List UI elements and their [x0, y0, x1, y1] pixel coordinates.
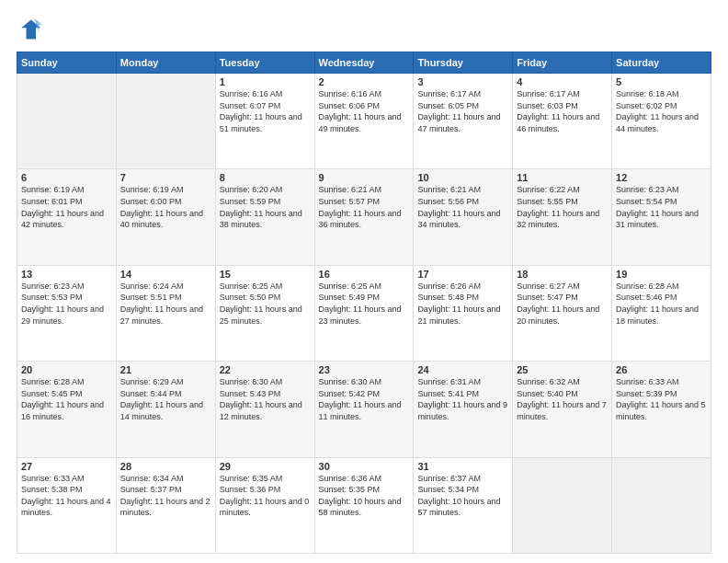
calendar-cell: 30Sunrise: 6:36 AM Sunset: 5:35 PM Dayli… — [314, 457, 414, 553]
day-number: 31 — [417, 461, 508, 472]
calendar-cell: 31Sunrise: 6:37 AM Sunset: 5:34 PM Dayli… — [414, 457, 513, 553]
calendar-cell: 26Sunrise: 6:33 AM Sunset: 5:39 PM Dayli… — [612, 362, 711, 457]
day-info: Sunrise: 6:23 AM Sunset: 5:54 PM Dayligh… — [616, 184, 707, 230]
calendar-cell: 21Sunrise: 6:29 AM Sunset: 5:44 PM Dayli… — [116, 362, 215, 457]
day-info: Sunrise: 6:24 AM Sunset: 5:51 PM Dayligh… — [120, 281, 211, 327]
day-info: Sunrise: 6:23 AM Sunset: 5:53 PM Dayligh… — [21, 281, 112, 327]
day-number: 21 — [120, 364, 211, 375]
day-info: Sunrise: 6:28 AM Sunset: 5:45 PM Dayligh… — [21, 376, 112, 422]
day-number: 18 — [517, 269, 608, 280]
calendar-cell: 13Sunrise: 6:23 AM Sunset: 5:53 PM Dayli… — [17, 265, 117, 361]
calendar-cell: 4Sunrise: 6:17 AM Sunset: 6:03 PM Daylig… — [513, 74, 612, 169]
day-info: Sunrise: 6:16 AM Sunset: 6:06 PM Dayligh… — [319, 88, 410, 134]
day-number: 1 — [220, 76, 311, 87]
day-number: 27 — [21, 461, 112, 472]
day-info: Sunrise: 6:19 AM Sunset: 6:01 PM Dayligh… — [21, 184, 112, 230]
calendar-week-4: 27Sunrise: 6:33 AM Sunset: 5:38 PM Dayli… — [17, 457, 711, 553]
day-info: Sunrise: 6:34 AM Sunset: 5:37 PM Dayligh… — [120, 473, 211, 519]
day-info: Sunrise: 6:21 AM Sunset: 5:57 PM Dayligh… — [319, 184, 410, 230]
calendar-cell: 17Sunrise: 6:26 AM Sunset: 5:48 PM Dayli… — [414, 265, 513, 361]
calendar-cell: 29Sunrise: 6:35 AM Sunset: 5:36 PM Dayli… — [215, 457, 314, 553]
calendar-cell: 25Sunrise: 6:32 AM Sunset: 5:40 PM Dayli… — [513, 362, 612, 457]
calendar-cell: 28Sunrise: 6:34 AM Sunset: 5:37 PM Dayli… — [116, 457, 215, 553]
day-number: 3 — [417, 76, 508, 87]
calendar-cell: 16Sunrise: 6:25 AM Sunset: 5:49 PM Dayli… — [314, 265, 414, 361]
calendar-cell: 10Sunrise: 6:21 AM Sunset: 5:56 PM Dayli… — [414, 169, 513, 265]
day-number: 30 — [319, 461, 410, 472]
calendar-cell — [116, 74, 215, 169]
day-number: 20 — [21, 364, 112, 375]
day-info: Sunrise: 6:33 AM Sunset: 5:39 PM Dayligh… — [616, 376, 707, 422]
calendar-cell: 11Sunrise: 6:22 AM Sunset: 5:55 PM Dayli… — [513, 169, 612, 265]
calendar-cell: 18Sunrise: 6:27 AM Sunset: 5:47 PM Dayli… — [513, 265, 612, 361]
day-number: 4 — [517, 76, 608, 87]
day-number: 11 — [517, 172, 608, 183]
day-info: Sunrise: 6:31 AM Sunset: 5:41 PM Dayligh… — [417, 376, 508, 422]
day-info: Sunrise: 6:17 AM Sunset: 6:03 PM Dayligh… — [517, 88, 608, 134]
calendar-table: SundayMondayTuesdayWednesdayThursdayFrid… — [17, 52, 711, 554]
day-number: 7 — [120, 172, 211, 183]
calendar-cell: 2Sunrise: 6:16 AM Sunset: 6:06 PM Daylig… — [314, 74, 414, 169]
day-number: 24 — [417, 364, 508, 375]
calendar-week-0: 1Sunrise: 6:16 AM Sunset: 6:07 PM Daylig… — [17, 74, 711, 169]
day-info: Sunrise: 6:33 AM Sunset: 5:38 PM Dayligh… — [21, 473, 112, 519]
calendar-cell: 15Sunrise: 6:25 AM Sunset: 5:50 PM Dayli… — [215, 265, 314, 361]
header-day-wednesday: Wednesday — [314, 52, 414, 74]
day-number: 26 — [616, 364, 707, 375]
day-info: Sunrise: 6:17 AM Sunset: 6:05 PM Dayligh… — [417, 88, 508, 134]
day-info: Sunrise: 6:32 AM Sunset: 5:40 PM Dayligh… — [517, 376, 608, 422]
calendar-week-3: 20Sunrise: 6:28 AM Sunset: 5:45 PM Dayli… — [17, 362, 711, 457]
calendar-cell: 24Sunrise: 6:31 AM Sunset: 5:41 PM Dayli… — [414, 362, 513, 457]
calendar-cell — [17, 74, 117, 169]
header-day-sunday: Sunday — [17, 52, 117, 74]
day-info: Sunrise: 6:35 AM Sunset: 5:36 PM Dayligh… — [220, 473, 311, 519]
header-day-monday: Monday — [116, 52, 215, 74]
calendar-cell: 3Sunrise: 6:17 AM Sunset: 6:05 PM Daylig… — [414, 74, 513, 169]
calendar-cell: 5Sunrise: 6:18 AM Sunset: 6:02 PM Daylig… — [612, 74, 711, 169]
logo — [17, 17, 46, 42]
day-number: 17 — [417, 269, 508, 280]
calendar-cell: 19Sunrise: 6:28 AM Sunset: 5:46 PM Dayli… — [612, 265, 711, 361]
calendar-cell: 6Sunrise: 6:19 AM Sunset: 6:01 PM Daylig… — [17, 169, 117, 265]
day-number: 25 — [517, 364, 608, 375]
day-info: Sunrise: 6:22 AM Sunset: 5:55 PM Dayligh… — [517, 184, 608, 230]
day-info: Sunrise: 6:19 AM Sunset: 6:00 PM Dayligh… — [120, 184, 211, 230]
day-info: Sunrise: 6:30 AM Sunset: 5:43 PM Dayligh… — [220, 376, 311, 422]
day-info: Sunrise: 6:30 AM Sunset: 5:42 PM Dayligh… — [319, 376, 410, 422]
day-number: 9 — [319, 172, 410, 183]
header-day-friday: Friday — [513, 52, 612, 74]
day-info: Sunrise: 6:37 AM Sunset: 5:34 PM Dayligh… — [417, 473, 508, 519]
calendar-week-1: 6Sunrise: 6:19 AM Sunset: 6:01 PM Daylig… — [17, 169, 711, 265]
calendar-cell — [612, 457, 711, 553]
day-number: 15 — [220, 269, 311, 280]
day-number: 19 — [616, 269, 707, 280]
day-info: Sunrise: 6:16 AM Sunset: 6:07 PM Dayligh… — [220, 88, 311, 134]
day-number: 14 — [120, 269, 211, 280]
calendar-header-row: SundayMondayTuesdayWednesdayThursdayFrid… — [17, 52, 711, 74]
header — [17, 17, 711, 42]
calendar-cell: 20Sunrise: 6:28 AM Sunset: 5:45 PM Dayli… — [17, 362, 117, 457]
calendar-week-2: 13Sunrise: 6:23 AM Sunset: 5:53 PM Dayli… — [17, 265, 711, 361]
day-number: 5 — [616, 76, 707, 87]
day-info: Sunrise: 6:29 AM Sunset: 5:44 PM Dayligh… — [120, 376, 211, 422]
calendar-cell: 14Sunrise: 6:24 AM Sunset: 5:51 PM Dayli… — [116, 265, 215, 361]
calendar-cell: 1Sunrise: 6:16 AM Sunset: 6:07 PM Daylig… — [215, 74, 314, 169]
calendar-cell: 23Sunrise: 6:30 AM Sunset: 5:42 PM Dayli… — [314, 362, 414, 457]
day-info: Sunrise: 6:21 AM Sunset: 5:56 PM Dayligh… — [417, 184, 508, 230]
calendar-cell: 12Sunrise: 6:23 AM Sunset: 5:54 PM Dayli… — [612, 169, 711, 265]
day-info: Sunrise: 6:20 AM Sunset: 5:59 PM Dayligh… — [220, 184, 311, 230]
calendar-cell: 8Sunrise: 6:20 AM Sunset: 5:59 PM Daylig… — [215, 169, 314, 265]
day-number: 23 — [319, 364, 410, 375]
day-number: 29 — [220, 461, 311, 472]
day-info: Sunrise: 6:25 AM Sunset: 5:49 PM Dayligh… — [319, 281, 410, 327]
day-info: Sunrise: 6:36 AM Sunset: 5:35 PM Dayligh… — [319, 473, 410, 519]
day-info: Sunrise: 6:25 AM Sunset: 5:50 PM Dayligh… — [220, 281, 311, 327]
day-number: 22 — [220, 364, 311, 375]
header-day-tuesday: Tuesday — [215, 52, 314, 74]
day-number: 8 — [220, 172, 311, 183]
day-number: 16 — [319, 269, 410, 280]
calendar-cell — [513, 457, 612, 553]
day-number: 6 — [21, 172, 112, 183]
day-info: Sunrise: 6:26 AM Sunset: 5:48 PM Dayligh… — [417, 281, 508, 327]
day-number: 10 — [417, 172, 508, 183]
